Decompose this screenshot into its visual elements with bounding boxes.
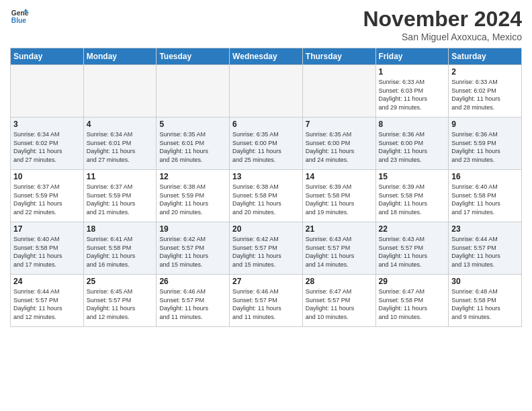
day-info: Sunrise: 6:36 AM Sunset: 6:00 PM Dayligh…	[379, 130, 446, 164]
day-info: Sunrise: 6:37 AM Sunset: 5:59 PM Dayligh…	[13, 183, 81, 216]
calendar-cell: 22Sunrise: 6:43 AM Sunset: 5:57 PM Dayli…	[375, 222, 449, 275]
day-header-friday: Friday	[375, 48, 449, 65]
location: San Miguel Axoxuca, Mexico	[363, 32, 522, 42]
header: General Blue November 2024 San Miguel Ax…	[10, 7, 522, 42]
logo-icon: General Blue	[10, 7, 29, 26]
calendar-cell: 9Sunrise: 6:36 AM Sunset: 5:59 PM Daylig…	[449, 118, 522, 170]
calendar-cell: 17Sunrise: 6:40 AM Sunset: 5:58 PM Dayli…	[11, 222, 84, 275]
calendar-cell: 20Sunrise: 6:42 AM Sunset: 5:57 PM Dayli…	[230, 222, 303, 275]
day-number: 7	[306, 120, 373, 129]
day-number: 25	[87, 277, 154, 286]
day-info: Sunrise: 6:39 AM Sunset: 5:58 PM Dayligh…	[379, 183, 446, 216]
day-number: 16	[451, 172, 519, 181]
calendar-cell: 3Sunrise: 6:34 AM Sunset: 6:02 PM Daylig…	[11, 118, 84, 170]
calendar-cell: 16Sunrise: 6:40 AM Sunset: 5:58 PM Dayli…	[449, 170, 522, 222]
day-info: Sunrise: 6:40 AM Sunset: 5:58 PM Dayligh…	[451, 183, 519, 216]
calendar-cell: 24Sunrise: 6:44 AM Sunset: 5:57 PM Dayli…	[11, 275, 84, 327]
day-info: Sunrise: 6:41 AM Sunset: 5:58 PM Dayligh…	[87, 235, 154, 269]
calendar-cell	[230, 65, 303, 118]
calendar-cell: 8Sunrise: 6:36 AM Sunset: 6:00 PM Daylig…	[375, 118, 449, 170]
day-number: 19	[159, 224, 226, 234]
day-header-tuesday: Tuesday	[157, 48, 230, 65]
day-number: 6	[232, 120, 300, 129]
calendar-table: SundayMondayTuesdayWednesdayThursdayFrid…	[10, 48, 522, 327]
day-number: 10	[13, 172, 81, 181]
day-info: Sunrise: 6:35 AM Sunset: 6:01 PM Dayligh…	[159, 130, 226, 164]
title-block: November 2024 San Miguel Axoxuca, Mexico	[363, 7, 522, 42]
day-info: Sunrise: 6:34 AM Sunset: 6:02 PM Dayligh…	[13, 130, 81, 164]
day-info: Sunrise: 6:44 AM Sunset: 5:57 PM Dayligh…	[451, 235, 519, 269]
calendar-cell: 1Sunrise: 6:33 AM Sunset: 6:03 PM Daylig…	[375, 65, 449, 118]
day-header-saturday: Saturday	[449, 48, 522, 65]
day-info: Sunrise: 6:46 AM Sunset: 5:57 PM Dayligh…	[232, 287, 300, 321]
svg-text:Blue: Blue	[11, 17, 27, 24]
calendar-cell	[157, 65, 230, 118]
day-number: 4	[87, 120, 154, 129]
day-info: Sunrise: 6:33 AM Sunset: 6:02 PM Dayligh…	[451, 78, 519, 111]
day-number: 28	[306, 277, 373, 286]
calendar-cell	[302, 65, 375, 118]
day-number: 13	[232, 172, 300, 181]
day-number: 23	[451, 224, 519, 234]
day-info: Sunrise: 6:48 AM Sunset: 5:58 PM Dayligh…	[451, 287, 519, 321]
day-number: 22	[379, 224, 446, 234]
calendar-cell	[11, 65, 84, 118]
day-info: Sunrise: 6:42 AM Sunset: 5:57 PM Dayligh…	[159, 235, 226, 269]
day-number: 8	[379, 120, 446, 129]
day-number: 1	[379, 67, 446, 77]
day-info: Sunrise: 6:34 AM Sunset: 6:01 PM Dayligh…	[87, 130, 154, 164]
calendar-cell: 18Sunrise: 6:41 AM Sunset: 5:58 PM Dayli…	[83, 222, 157, 275]
calendar-cell: 6Sunrise: 6:35 AM Sunset: 6:00 PM Daylig…	[230, 118, 303, 170]
calendar-cell: 2Sunrise: 6:33 AM Sunset: 6:02 PM Daylig…	[449, 65, 522, 118]
day-info: Sunrise: 6:40 AM Sunset: 5:58 PM Dayligh…	[13, 235, 81, 269]
day-number: 27	[232, 277, 300, 286]
day-info: Sunrise: 6:38 AM Sunset: 5:59 PM Dayligh…	[159, 183, 226, 216]
calendar-cell: 15Sunrise: 6:39 AM Sunset: 5:58 PM Dayli…	[375, 170, 449, 222]
day-number: 14	[306, 172, 373, 181]
calendar-cell: 29Sunrise: 6:47 AM Sunset: 5:58 PM Dayli…	[375, 275, 449, 327]
calendar-cell: 14Sunrise: 6:39 AM Sunset: 5:58 PM Dayli…	[302, 170, 375, 222]
calendar-cell	[83, 65, 157, 118]
day-info: Sunrise: 6:44 AM Sunset: 5:57 PM Dayligh…	[13, 287, 81, 321]
day-number: 21	[306, 224, 373, 234]
day-info: Sunrise: 6:43 AM Sunset: 5:57 PM Dayligh…	[306, 235, 373, 269]
day-info: Sunrise: 6:35 AM Sunset: 6:00 PM Dayligh…	[232, 130, 300, 164]
day-info: Sunrise: 6:43 AM Sunset: 5:57 PM Dayligh…	[379, 235, 446, 269]
calendar-cell: 19Sunrise: 6:42 AM Sunset: 5:57 PM Dayli…	[157, 222, 230, 275]
calendar-cell: 28Sunrise: 6:47 AM Sunset: 5:57 PM Dayli…	[302, 275, 375, 327]
logo: General Blue	[10, 7, 29, 26]
day-header-sunday: Sunday	[11, 48, 84, 65]
day-info: Sunrise: 6:47 AM Sunset: 5:58 PM Dayligh…	[379, 287, 446, 321]
day-info: Sunrise: 6:47 AM Sunset: 5:57 PM Dayligh…	[306, 287, 373, 321]
day-number: 2	[451, 67, 519, 77]
day-header-thursday: Thursday	[302, 48, 375, 65]
month-title: November 2024	[363, 7, 522, 32]
calendar-cell: 25Sunrise: 6:45 AM Sunset: 5:57 PM Dayli…	[83, 275, 157, 327]
day-number: 24	[13, 277, 81, 286]
calendar-page: General Blue November 2024 San Miguel Ax…	[0, 0, 532, 411]
day-info: Sunrise: 6:35 AM Sunset: 6:00 PM Dayligh…	[306, 130, 373, 164]
day-info: Sunrise: 6:42 AM Sunset: 5:57 PM Dayligh…	[232, 235, 300, 269]
day-number: 17	[13, 224, 81, 234]
day-number: 18	[87, 224, 154, 234]
day-number: 3	[13, 120, 81, 129]
day-number: 20	[232, 224, 300, 234]
day-number: 29	[379, 277, 446, 286]
day-number: 30	[451, 277, 519, 286]
calendar-cell: 7Sunrise: 6:35 AM Sunset: 6:00 PM Daylig…	[302, 118, 375, 170]
calendar-cell: 27Sunrise: 6:46 AM Sunset: 5:57 PM Dayli…	[230, 275, 303, 327]
calendar-cell: 23Sunrise: 6:44 AM Sunset: 5:57 PM Dayli…	[449, 222, 522, 275]
calendar-cell: 12Sunrise: 6:38 AM Sunset: 5:59 PM Dayli…	[157, 170, 230, 222]
day-info: Sunrise: 6:45 AM Sunset: 5:57 PM Dayligh…	[87, 287, 154, 321]
day-number: 26	[159, 277, 226, 286]
day-header-monday: Monday	[83, 48, 157, 65]
day-info: Sunrise: 6:39 AM Sunset: 5:58 PM Dayligh…	[306, 183, 373, 216]
day-number: 9	[451, 120, 519, 129]
day-header-wednesday: Wednesday	[230, 48, 303, 65]
calendar-cell: 11Sunrise: 6:37 AM Sunset: 5:59 PM Dayli…	[83, 170, 157, 222]
calendar-cell: 21Sunrise: 6:43 AM Sunset: 5:57 PM Dayli…	[302, 222, 375, 275]
calendar-cell: 26Sunrise: 6:46 AM Sunset: 5:57 PM Dayli…	[157, 275, 230, 327]
calendar-cell: 5Sunrise: 6:35 AM Sunset: 6:01 PM Daylig…	[157, 118, 230, 170]
day-info: Sunrise: 6:36 AM Sunset: 5:59 PM Dayligh…	[451, 130, 519, 164]
day-info: Sunrise: 6:37 AM Sunset: 5:59 PM Dayligh…	[87, 183, 154, 216]
